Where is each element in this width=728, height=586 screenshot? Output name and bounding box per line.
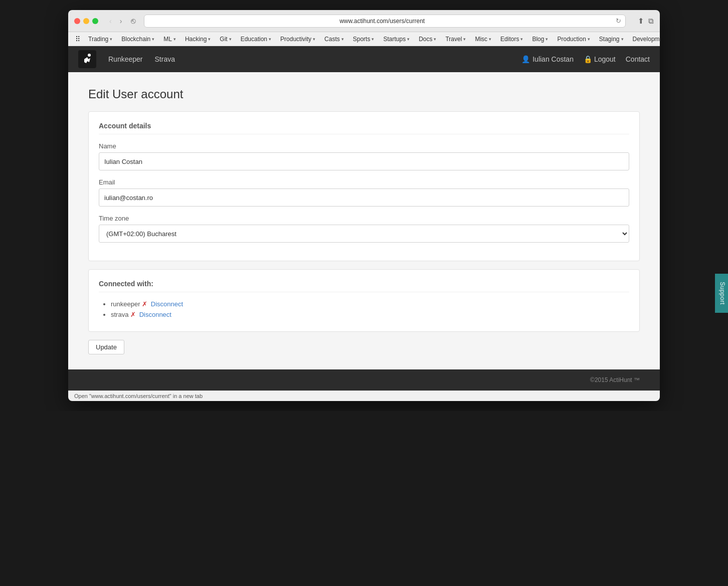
bookmark-trading[interactable]: Trading▾	[84, 35, 116, 44]
bookmark-travel[interactable]: Travel▾	[441, 35, 470, 44]
back-button[interactable]: ‹	[106, 16, 115, 26]
strava-disconnect-icon: ✗	[130, 311, 136, 318]
url-text: www.actihunt.com/users/current	[148, 18, 616, 25]
reload-button[interactable]: ↻	[616, 17, 621, 25]
runkeeper-label: runkeeper	[111, 300, 142, 308]
close-button[interactable]	[74, 18, 80, 24]
bookmark-editors[interactable]: Editors▾	[496, 35, 527, 44]
runkeeper-disconnect-link[interactable]: Disconnect	[151, 300, 183, 308]
connections-list: runkeeper ✗ Disconnect strava ✗ Disconne…	[99, 300, 629, 318]
logout-label: Logout	[594, 55, 616, 63]
timezone-select[interactable]: (GMT+02:00) Bucharest	[99, 225, 629, 243]
runkeeper-disconnect-icon: ✗	[142, 300, 147, 308]
app-logo[interactable]	[78, 50, 96, 68]
bookmarks-bar: ⠿ Trading▾ Blockchain▾ ML▾ Hacking▾ Git▾…	[68, 32, 660, 46]
bookmark-docs[interactable]: Docs▾	[415, 35, 440, 44]
app-navbar: Runkeeper Strava 👤 Iulian Costan 🔒 Logou…	[68, 46, 660, 72]
bookmark-git[interactable]: Git▾	[216, 35, 235, 44]
email-label: Email	[99, 178, 629, 186]
bookmark-sports[interactable]: Sports▾	[349, 35, 379, 44]
bookmark-production[interactable]: Production▾	[553, 35, 594, 44]
account-details-card: Account details Name Email Time zone (GM…	[88, 111, 640, 261]
bookmark-education[interactable]: Education▾	[237, 35, 275, 44]
url-bar[interactable]: www.actihunt.com/users/current ↻	[144, 15, 626, 28]
name-label: Name	[99, 142, 629, 150]
connection-strava: strava ✗ Disconnect	[111, 311, 629, 318]
page-title: Edit User account	[88, 87, 640, 101]
browser-titlebar: ‹ › ⎋ www.actihunt.com/users/current ↻ ⬆…	[68, 10, 660, 32]
bookmark-startups[interactable]: Startups▾	[379, 35, 414, 44]
name-input[interactable]	[99, 152, 629, 170]
timezone-label: Time zone	[99, 215, 629, 222]
logo-icon	[78, 50, 96, 68]
app-nav-right: 👤 Iulian Costan 🔒 Logout Contact	[521, 55, 650, 63]
browser-actions: ⬆ ⧉	[638, 17, 654, 26]
email-form-group: Email	[99, 178, 629, 207]
logout-link[interactable]: 🔒 Logout	[584, 55, 616, 63]
app-nav-links: Runkeeper Strava	[108, 55, 521, 63]
nav-link-runkeeper[interactable]: Runkeeper	[108, 55, 143, 63]
app-window: Runkeeper Strava 👤 Iulian Costan 🔒 Logou…	[68, 46, 660, 390]
user-name: Iulian Costan	[532, 55, 574, 63]
bookmark-blockchain[interactable]: Blockchain▾	[117, 35, 158, 44]
support-tab[interactable]: Support	[715, 274, 728, 313]
strava-disconnect-link[interactable]: Disconnect	[139, 311, 171, 318]
status-bar: Open "www.actihunt.com/users/current" in…	[68, 390, 660, 401]
bookmark-development[interactable]: Development▾	[629, 35, 660, 44]
bookmark-casts[interactable]: Casts▾	[320, 35, 348, 44]
user-profile-link[interactable]: 👤 Iulian Costan	[521, 55, 574, 63]
traffic-lights	[74, 18, 98, 24]
maximize-button[interactable]	[92, 18, 98, 24]
svg-point-0	[88, 54, 91, 57]
main-content: Edit User account Account details Name E…	[68, 72, 660, 369]
bookmark-ml[interactable]: ML▾	[159, 35, 180, 44]
name-form-group: Name	[99, 142, 629, 170]
update-button[interactable]: Update	[88, 340, 124, 354]
timezone-form-group: Time zone (GMT+02:00) Bucharest	[99, 215, 629, 243]
bookmark-productivity[interactable]: Productivity▾	[276, 35, 319, 44]
new-tab-button[interactable]: ⧉	[648, 17, 654, 26]
forward-button[interactable]: ›	[117, 16, 125, 26]
app-footer: ©2015 ActiHunt ™	[68, 369, 660, 390]
connection-runkeeper: runkeeper ✗ Disconnect	[111, 300, 629, 308]
connected-with-card: Connected with: runkeeper ✗ Disconnect s…	[88, 269, 640, 332]
nav-arrows: ‹ ›	[106, 16, 125, 26]
share-button[interactable]: ⎋	[131, 17, 136, 26]
bookmark-staging[interactable]: Staging▾	[595, 35, 628, 44]
email-input[interactable]	[99, 188, 629, 207]
bookmark-hacking[interactable]: Hacking▾	[181, 35, 215, 44]
status-text: Open "www.actihunt.com/users/current" in…	[74, 393, 203, 399]
user-icon: 👤	[521, 55, 530, 63]
bookmark-blog[interactable]: Blog▾	[528, 35, 552, 44]
minimize-button[interactable]	[83, 18, 89, 24]
share-action-button[interactable]: ⬆	[638, 17, 644, 26]
nav-link-strava[interactable]: Strava	[155, 55, 175, 63]
connected-with-title: Connected with:	[99, 280, 629, 292]
contact-link[interactable]: Contact	[626, 55, 650, 63]
strava-label: strava	[111, 311, 130, 318]
lock-icon: 🔒	[584, 55, 592, 63]
bookmark-misc[interactable]: Misc▾	[471, 35, 495, 44]
account-details-title: Account details	[99, 122, 629, 134]
footer-text: ©2015 ActiHunt ™	[590, 376, 640, 383]
apps-button[interactable]: ⠿	[72, 34, 83, 44]
